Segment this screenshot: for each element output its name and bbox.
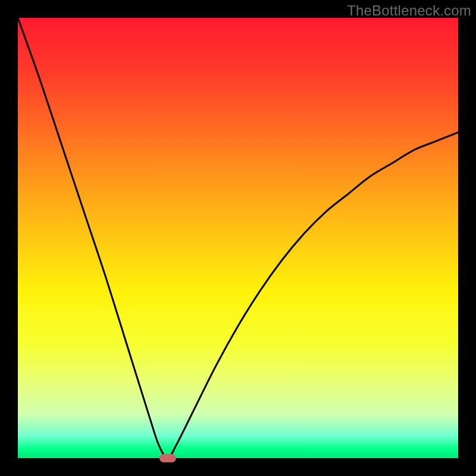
watermark-text: TheBottleneck.com — [347, 2, 471, 19]
curve-svg — [18, 18, 458, 458]
chart-frame: TheBottleneck.com — [0, 0, 476, 476]
minimum-marker — [159, 454, 176, 462]
bottleneck-curve — [18, 18, 458, 458]
plot-area — [18, 18, 458, 458]
